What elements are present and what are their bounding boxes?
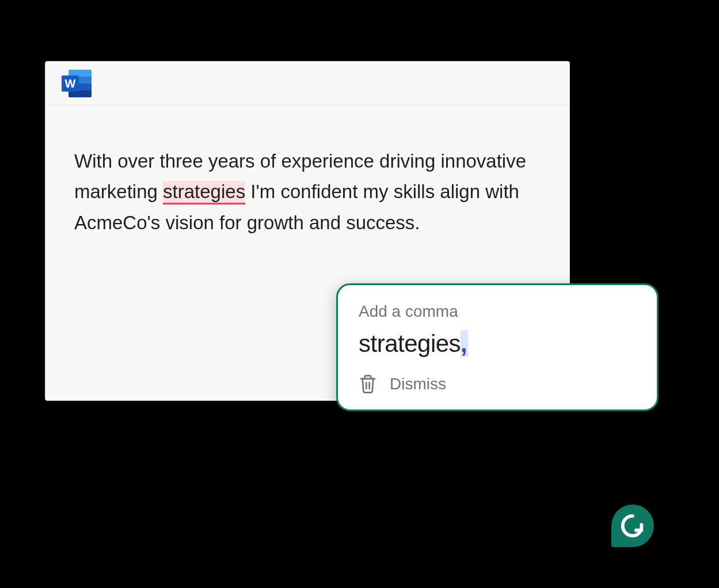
inserted-punctuation: , (461, 330, 468, 357)
trash-icon (359, 374, 377, 394)
word-app-icon: W (62, 70, 92, 97)
corrected-word: strategies (359, 330, 461, 357)
word-app-icon-letter: W (62, 75, 79, 92)
dismiss-button[interactable]: Dismiss (359, 374, 636, 394)
suggestion-title: Add a comma (359, 302, 636, 321)
suggestion-correction[interactable]: strategies, (359, 330, 636, 358)
dismiss-label: Dismiss (390, 375, 446, 393)
document-header: W (45, 62, 569, 105)
suggestion-popup[interactable]: Add a comma strategies, Dismiss (336, 283, 659, 411)
document-body[interactable]: With over three years of experience driv… (45, 105, 569, 255)
flagged-word[interactable]: strategies (163, 181, 245, 204)
grammarly-badge-icon[interactable] (611, 504, 654, 547)
